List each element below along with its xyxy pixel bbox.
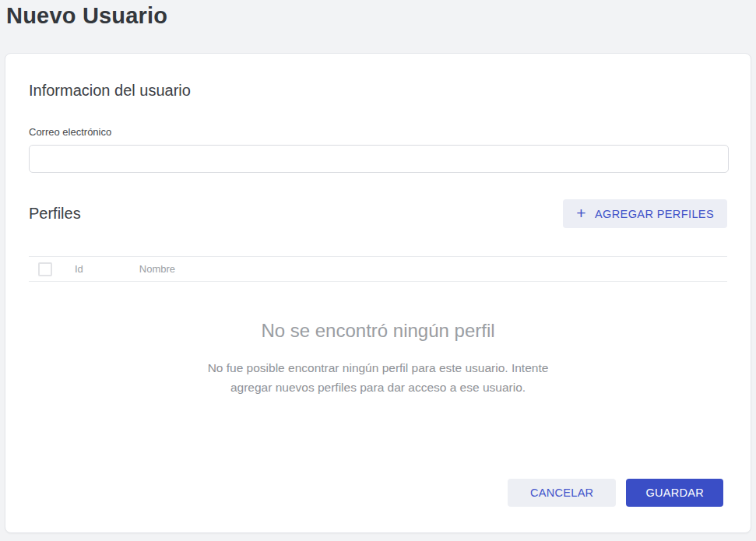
profiles-header-row: Perfiles + AGREGAR PERFILES	[29, 199, 727, 228]
empty-state-title: No se encontró ningún perfil	[29, 320, 727, 342]
add-profiles-button[interactable]: + AGREGAR PERFILES	[563, 199, 727, 228]
profiles-empty-state: No se encontró ningún perfil No fue posi…	[29, 320, 727, 397]
email-field[interactable]	[29, 145, 729, 173]
user-form-card: Informacion del usuario Correo electróni…	[5, 53, 751, 533]
add-profiles-button-label: AGREGAR PERFILES	[595, 208, 714, 220]
email-label: Correo electrónico	[29, 126, 727, 138]
form-actions: CANCELAR GUARDAR	[508, 479, 723, 507]
cancel-button[interactable]: CANCELAR	[508, 479, 616, 507]
page-title: Nuevo Usuario	[0, 0, 756, 29]
plus-icon: +	[576, 205, 586, 221]
select-all-checkbox[interactable]	[38, 262, 52, 276]
save-button[interactable]: GUARDAR	[626, 479, 723, 507]
column-header-id: Id	[75, 263, 83, 275]
user-info-heading: Informacion del usuario	[29, 54, 727, 100]
column-header-nombre: Nombre	[139, 263, 175, 275]
profiles-heading: Perfiles	[29, 205, 81, 223]
profiles-table-header: Id Nombre	[29, 256, 727, 282]
empty-state-description: No fue posible encontrar ningún perfil p…	[192, 358, 565, 397]
